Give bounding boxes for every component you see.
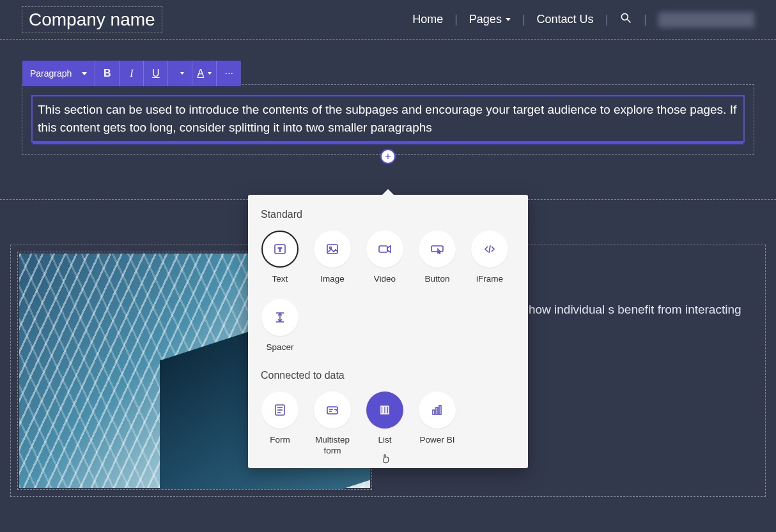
nav-separator: | bbox=[644, 13, 647, 26]
component-image[interactable]: Image bbox=[313, 231, 352, 285]
svg-text:T: T bbox=[278, 247, 282, 253]
text-icon: T bbox=[261, 231, 299, 268]
spacer-icon bbox=[261, 299, 299, 336]
text-body-input[interactable]: This section can be used to introduce th… bbox=[31, 95, 745, 142]
nav-pages-label: Pages bbox=[469, 13, 502, 26]
svg-rect-24 bbox=[384, 406, 386, 414]
top-nav: Company name Home | Pages | Contact Us |… bbox=[0, 0, 776, 40]
nav-contact[interactable]: Contact Us bbox=[537, 13, 594, 26]
underline-button[interactable]: U bbox=[144, 61, 168, 86]
component-button[interactable]: Button bbox=[418, 231, 456, 285]
svg-rect-23 bbox=[381, 406, 383, 414]
nav-separator: | bbox=[454, 13, 458, 26]
chevron-down-icon bbox=[82, 72, 87, 75]
form-icon bbox=[261, 391, 299, 429]
list-icon bbox=[366, 391, 403, 429]
video-icon bbox=[366, 231, 403, 268]
svg-rect-28 bbox=[439, 406, 441, 414]
nav-home[interactable]: Home bbox=[412, 13, 443, 26]
nav-pages[interactable]: Pages bbox=[469, 13, 511, 26]
component-video[interactable]: Video bbox=[366, 231, 404, 285]
connected-components-grid: Form Multistep form List Power BI bbox=[261, 391, 515, 457]
iframe-icon bbox=[471, 231, 508, 268]
button-icon bbox=[419, 231, 456, 268]
component-label: List bbox=[378, 435, 391, 446]
svg-rect-26 bbox=[433, 410, 435, 414]
component-spacer[interactable]: Spacer bbox=[261, 299, 299, 353]
font-color-button[interactable]: A bbox=[192, 61, 217, 86]
component-powerbi[interactable]: Power BI bbox=[418, 391, 456, 457]
component-multistep-form[interactable]: Multistep form bbox=[313, 391, 352, 457]
chevron-down-icon bbox=[208, 72, 212, 75]
component-picker-popover: Standard T Text Image Video Button bbox=[248, 195, 528, 468]
align-button[interactable] bbox=[168, 61, 192, 86]
user-profile[interactable] bbox=[658, 12, 754, 27]
component-label: Multistep form bbox=[313, 435, 352, 457]
svg-rect-25 bbox=[387, 406, 389, 414]
component-label: Button bbox=[424, 274, 449, 285]
hero-section: Subpage one Paragraph B I U A ··· This s… bbox=[0, 40, 776, 200]
svg-rect-7 bbox=[327, 245, 338, 254]
svg-rect-11 bbox=[431, 246, 443, 252]
component-label: Image bbox=[320, 274, 345, 285]
multistep-form-icon bbox=[314, 391, 351, 429]
powerbi-icon bbox=[419, 391, 456, 429]
add-component-button[interactable]: + bbox=[380, 149, 396, 164]
svg-point-0 bbox=[622, 13, 628, 20]
nav-links: Home | Pages | Contact Us | | bbox=[412, 11, 754, 27]
component-label: Form bbox=[270, 435, 290, 446]
nav-separator: | bbox=[605, 13, 609, 26]
standard-components-grid: T Text Image Video Button iFram bbox=[261, 231, 515, 353]
paragraph-style-select[interactable]: Paragraph bbox=[22, 61, 95, 86]
search-icon[interactable] bbox=[619, 11, 632, 27]
svg-line-12 bbox=[489, 245, 490, 253]
brand-name[interactable]: Company name bbox=[22, 6, 162, 33]
paragraph-style-label: Paragraph bbox=[30, 68, 72, 79]
bold-button[interactable]: B bbox=[95, 61, 120, 86]
component-label: Text bbox=[272, 274, 288, 285]
text-toolbar: Paragraph B I U A ··· bbox=[22, 61, 241, 86]
component-label: Power BI bbox=[420, 435, 455, 446]
more-options-button[interactable]: ··· bbox=[217, 61, 241, 86]
component-label: Spacer bbox=[267, 342, 294, 353]
component-text[interactable]: T Text bbox=[261, 231, 299, 285]
chevron-down-icon bbox=[180, 72, 184, 75]
image-icon bbox=[314, 231, 351, 268]
svg-rect-9 bbox=[379, 246, 387, 252]
italic-button[interactable]: I bbox=[120, 61, 144, 86]
section-title-connected: Connected to data bbox=[261, 370, 515, 381]
svg-rect-27 bbox=[436, 407, 438, 414]
component-label: Video bbox=[374, 274, 396, 285]
text-block[interactable]: Subpage one Paragraph B I U A ··· This s… bbox=[22, 84, 754, 155]
component-list[interactable]: List bbox=[366, 391, 404, 457]
font-letter: A bbox=[198, 68, 205, 79]
chevron-down-icon bbox=[506, 18, 511, 21]
component-form[interactable]: Form bbox=[261, 391, 299, 457]
svg-line-1 bbox=[628, 20, 631, 23]
nav-separator: | bbox=[522, 13, 525, 26]
section-title-standard: Standard bbox=[261, 209, 515, 220]
component-label: iFrame bbox=[476, 274, 503, 285]
component-iframe[interactable]: iFrame bbox=[470, 231, 509, 285]
